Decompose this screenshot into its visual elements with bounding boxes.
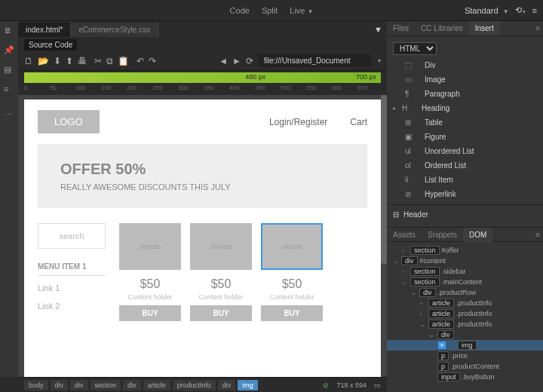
pin-icon[interactable]: 📌 xyxy=(4,45,14,56)
dom-node[interactable]: ⌄article.productInfo xyxy=(387,319,543,329)
canvas-dimensions: 718 x 594 xyxy=(336,381,367,389)
insert-item[interactable]: ▣Figure xyxy=(387,130,543,144)
copy-icon[interactable]: ⧉ xyxy=(106,56,113,66)
mode-split[interactable]: Split xyxy=(262,6,278,15)
panel-tab[interactable]: Insert xyxy=(469,21,500,35)
product-row: 200X200 $50 Content holder BUY200X200 $5… xyxy=(119,223,367,321)
dom-node[interactable]: p.productContent xyxy=(387,361,543,372)
dom-node[interactable]: ›article.productInfo xyxy=(387,298,543,308)
buy-button[interactable]: BUY xyxy=(190,305,252,321)
dom-node[interactable]: input.buyButton xyxy=(387,372,543,382)
dom-node[interactable]: ⌄section.mainContent xyxy=(387,277,543,287)
files-icon[interactable]: 🗎 xyxy=(4,26,14,36)
scrollbar[interactable] xyxy=(381,95,387,264)
cut-icon[interactable]: ✂ xyxy=(94,56,102,66)
breadcrumb-segment[interactable]: div xyxy=(123,380,141,390)
insert-item[interactable]: ⊞Table xyxy=(387,115,543,130)
breadcrumb-segment[interactable]: section xyxy=(90,380,121,390)
dom-node[interactable]: ⌄div xyxy=(387,329,543,340)
dom-node[interactable]: +img xyxy=(387,340,543,351)
url-field[interactable]: file:///Unsaved_Document xyxy=(258,54,371,67)
print-icon[interactable]: 🖶 xyxy=(78,56,87,66)
open-file-icon[interactable]: 📂 xyxy=(38,56,49,66)
breadcrumb-segment[interactable]: body xyxy=(24,380,48,390)
more-icon[interactable]: ⋯ xyxy=(5,110,14,120)
insert-category-select[interactable]: HTML xyxy=(393,42,437,55)
tab-css[interactable]: eCommerceStyle.css xyxy=(71,23,158,37)
dom-node[interactable]: ›section#offer xyxy=(387,245,543,256)
new-file-icon[interactable]: 🗋 xyxy=(24,56,33,66)
panel-tab[interactable]: Assets xyxy=(387,228,422,242)
layers-icon[interactable]: ▤ xyxy=(4,65,14,75)
document-toolbar: 🗋 📂 ⬇ ⬆ 🖶 ✂ ⧉ 📋 ↶ ↷ ◄ ► ⟳ file:///Unsave… xyxy=(18,51,387,71)
nav-back-icon[interactable]: ◄ xyxy=(219,56,228,66)
offer-subtitle: REALLY AWESOME DISCOUNTS THIS JULY xyxy=(60,182,345,191)
panel-menu-icon[interactable]: ≡ xyxy=(535,24,540,32)
dom-node[interactable]: ⌄div.productRow xyxy=(387,287,543,298)
dom-node[interactable]: ⌄div#content xyxy=(387,256,543,266)
upload-icon[interactable]: ⬆ xyxy=(66,56,73,66)
source-code-label[interactable]: Source Code xyxy=(24,39,77,51)
nav-fwd-icon[interactable]: ► xyxy=(232,56,241,66)
panel-tab[interactable]: DOM xyxy=(463,228,492,242)
panel-menu-icon[interactable]: ≡ xyxy=(535,231,540,239)
dom-node[interactable]: p.price xyxy=(387,351,543,361)
insert-item[interactable]: ⊘Hyperlink xyxy=(387,187,543,201)
tab-index[interactable]: index.html* xyxy=(18,23,71,37)
breadcrumb-segment[interactable]: productInfo xyxy=(173,380,216,390)
breadcrumb-segment[interactable]: div xyxy=(51,380,69,390)
search-input[interactable]: search xyxy=(38,223,106,249)
product-image-placeholder[interactable]: 200X200 xyxy=(261,223,323,270)
download-icon[interactable]: ⬇ xyxy=(54,56,61,66)
breakpoint-bar[interactable]: 480 px 700 px xyxy=(24,72,381,83)
product-description: Content holder xyxy=(119,293,181,301)
url-dropdown-icon[interactable]: ▾ xyxy=(378,57,381,64)
product-image-placeholder[interactable]: 200X200 xyxy=(190,223,252,270)
dom-node[interactable]: ›section.sidebar xyxy=(387,266,543,277)
panel-tab[interactable]: Snippets xyxy=(422,228,463,242)
breadcrumb-segment[interactable]: div xyxy=(70,380,88,390)
breadcrumb-segment[interactable]: img xyxy=(238,380,258,390)
cart-link[interactable]: Cart xyxy=(350,117,367,127)
product-card[interactable]: 200X200 $50 Content holder BUY xyxy=(190,223,252,321)
mode-code[interactable]: Code xyxy=(230,6,250,15)
insert-item[interactable]: ⬚Div xyxy=(387,58,543,72)
align-icon[interactable]: ≡ xyxy=(4,84,14,95)
sidebar-link[interactable]: Link 2 xyxy=(38,302,106,311)
live-preview-canvas[interactable]: LOGO Login/Register Cart OFFER 50% REALL… xyxy=(24,100,381,377)
breadcrumb-segment[interactable]: div xyxy=(218,380,236,390)
insert-item[interactable]: ▭Image xyxy=(387,72,543,87)
login-link[interactable]: Login/Register xyxy=(269,117,327,127)
sync-icon[interactable]: ⟲₊ xyxy=(515,5,526,15)
menu-icon[interactable]: ≡ xyxy=(532,6,537,15)
redo-icon[interactable]: ↷ xyxy=(149,56,156,66)
insert-item[interactable]: olOrdered List xyxy=(387,158,543,173)
panel-tab[interactable]: Files xyxy=(387,21,415,35)
product-image-placeholder[interactable]: 200X200 xyxy=(119,223,181,270)
app-topbar: Code Split Live▼ Standard ▼ ⟲₊ ≡ xyxy=(0,0,543,21)
product-card[interactable]: 200X200 $50 Content holder BUY xyxy=(119,223,181,321)
insert-item[interactable]: ¶Paragraph xyxy=(387,87,543,101)
logo-placeholder[interactable]: LOGO xyxy=(38,110,100,133)
filter-icon[interactable]: ▼ xyxy=(374,25,382,34)
sidebar-link[interactable]: Link 1 xyxy=(38,283,106,292)
panel-tab[interactable]: CC Libraries xyxy=(415,21,469,35)
right-panels: FilesCC LibrariesInsert≡ HTML ⬚Div▭Image… xyxy=(387,21,543,392)
buy-button[interactable]: BUY xyxy=(119,305,181,321)
insert-item[interactable]: ▸HHeading xyxy=(387,101,543,115)
mode-live[interactable]: Live▼ xyxy=(290,6,313,15)
dom-node[interactable]: ›article.productInfo xyxy=(387,308,543,319)
product-card[interactable]: ≡ img +200X200 $50 Content holder BUY xyxy=(261,223,323,321)
workspace-selector[interactable]: Standard ▼ xyxy=(465,6,509,15)
buy-button[interactable]: BUY xyxy=(261,305,323,321)
offer-banner[interactable]: OFFER 50% REALLY AWESOME DISCOUNTS THIS … xyxy=(38,144,367,208)
page-header: LOGO Login/Register Cart xyxy=(38,110,367,133)
undo-icon[interactable]: ↶ xyxy=(137,56,144,66)
paste-icon[interactable]: 📋 xyxy=(118,56,129,66)
insert-item[interactable]: liList Item xyxy=(387,173,543,187)
breadcrumb-segment[interactable]: article xyxy=(143,380,170,390)
device-icon[interactable]: ▭ xyxy=(374,381,381,389)
insert-header[interactable]: ⊟Header xyxy=(387,208,543,221)
reload-icon[interactable]: ⟳ xyxy=(246,56,253,66)
insert-item[interactable]: ulUnordered List xyxy=(387,144,543,158)
